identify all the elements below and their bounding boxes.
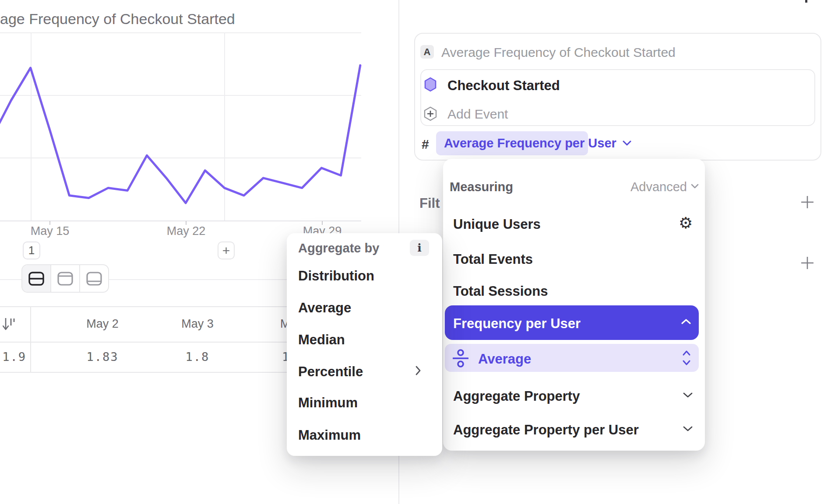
event-hexagon-icon xyxy=(424,77,437,92)
average-label: Average xyxy=(478,351,531,367)
insights-report: age Frequency of Checkout Started May 15… xyxy=(0,0,831,504)
menu-subitem-average[interactable]: Average xyxy=(445,344,699,372)
metric-row-badge: A xyxy=(420,45,434,59)
menu-item-total-events[interactable]: Total Events xyxy=(453,252,533,267)
layout-chart-bottom-button[interactable] xyxy=(80,265,108,292)
menu-item-aggregate-property[interactable]: Aggregate Property xyxy=(453,388,580,404)
layout-split-rows-button[interactable] xyxy=(22,265,51,292)
measuring-header: Measuring xyxy=(450,180,513,194)
menu-item-median[interactable]: Median xyxy=(298,332,345,348)
menu-item-minimum[interactable]: Minimum xyxy=(298,395,358,411)
menu-item-maximum[interactable]: Maximum xyxy=(298,427,361,443)
segment-count-box[interactable]: 1 xyxy=(23,242,40,259)
menu-item-frequency-per-user-selected[interactable]: Frequency per User xyxy=(445,305,699,340)
chevron-down-icon xyxy=(683,392,693,398)
header-bottom-icon xyxy=(86,272,102,286)
layout-chart-top-button[interactable] xyxy=(51,265,80,292)
event-name[interactable]: Checkout Started xyxy=(447,78,560,94)
menu-item-distribution[interactable]: Distribution xyxy=(298,268,374,284)
split-rows-icon xyxy=(28,272,44,286)
add-event-icon xyxy=(423,106,438,122)
division-icon xyxy=(453,349,468,368)
chart-table-layout-toggle xyxy=(21,264,109,293)
add-event-button[interactable]: Add Event xyxy=(447,107,508,122)
info-icon[interactable]: i xyxy=(410,240,429,256)
table-header-may3[interactable]: May 3 xyxy=(154,306,241,342)
metric-name-input[interactable]: Average Frequency of Checkout Started xyxy=(441,46,676,59)
table-cell: 1.8 xyxy=(154,342,241,372)
table-cell: 1.9 xyxy=(0,342,26,372)
chevron-down-icon xyxy=(623,140,631,146)
table-header-sort[interactable] xyxy=(0,306,27,342)
table-column-divider xyxy=(30,306,31,372)
measurement-chip-label: Average Frequency per User xyxy=(444,136,616,150)
aggregate-by-header: Aggregate by xyxy=(298,241,379,256)
add-breakdown-button[interactable] xyxy=(800,256,815,270)
menu-item-unique-users[interactable]: Unique Users xyxy=(453,217,541,232)
measurement-dropdown-chip[interactable]: Average Frequency per User xyxy=(436,131,588,155)
measurement-prefix: # xyxy=(422,137,429,152)
menu-item-percentile[interactable]: Percentile xyxy=(298,364,363,380)
x-axis-label: May 22 xyxy=(160,224,212,238)
menu-item-average[interactable]: Average xyxy=(298,300,351,316)
sort-descending-icon xyxy=(3,317,16,331)
select-updown-icon xyxy=(682,350,691,366)
line-chart xyxy=(0,0,398,245)
x-axis-label: May 15 xyxy=(24,224,76,238)
advanced-toggle[interactable]: Advanced xyxy=(630,180,687,194)
add-metric-icon[interactable] xyxy=(805,0,807,3)
menu-item-total-sessions[interactable]: Total Sessions xyxy=(453,284,548,299)
header-top-icon xyxy=(57,272,73,286)
add-comparison-button[interactable]: + xyxy=(218,242,235,259)
chevron-down-icon xyxy=(691,184,699,189)
gear-icon[interactable]: ⚙ xyxy=(679,215,693,231)
chevron-right-icon xyxy=(415,366,421,375)
chevron-down-icon xyxy=(683,426,693,432)
add-filter-button[interactable] xyxy=(800,195,815,210)
table-header-may2[interactable]: May 2 xyxy=(59,306,146,342)
table-cell: 1.83 xyxy=(59,342,146,372)
metrics-section-title: Metrics xyxy=(419,0,477,4)
menu-item-aggregate-property-per-user[interactable]: Aggregate Property per User xyxy=(453,422,639,438)
selected-item-label: Frequency per User xyxy=(453,316,581,332)
filter-section-title: Filt xyxy=(419,196,440,211)
measuring-dropdown xyxy=(443,159,705,451)
chevron-up-icon xyxy=(681,318,691,325)
